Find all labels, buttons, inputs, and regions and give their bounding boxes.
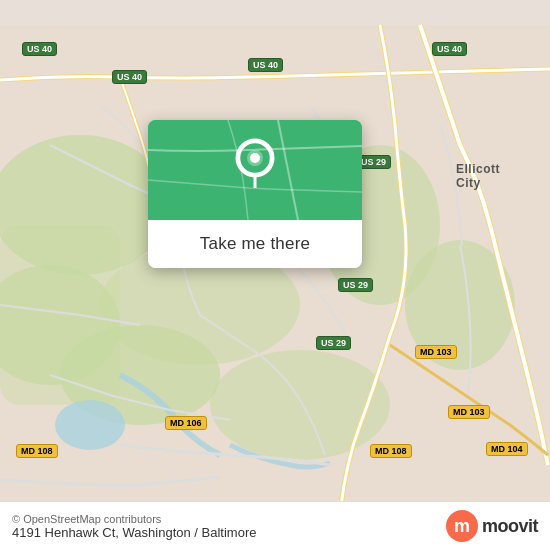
road-badge-md108-1: MD 108: [16, 444, 58, 458]
road-badge-md108-2: MD 108: [370, 444, 412, 458]
road-badge-us40-2: US 40: [112, 70, 147, 84]
moovit-logo: m moovit: [446, 510, 538, 542]
city-label-ellicott: EllicottCity: [456, 162, 500, 190]
take-me-there-button[interactable]: Take me there: [148, 220, 362, 268]
location-pin-icon: [232, 138, 278, 194]
road-badge-us40-4: US 40: [432, 42, 467, 56]
svg-text:m: m: [454, 516, 470, 536]
moovit-icon: m: [446, 510, 478, 542]
svg-point-7: [210, 350, 390, 460]
road-badge-us29-2: US 29: [338, 278, 373, 292]
svg-point-9: [55, 400, 125, 450]
popup-map-area: [148, 120, 362, 220]
osm-credit: © OpenStreetMap contributors: [12, 513, 256, 525]
road-badge-md103-2: MD 103: [448, 405, 490, 419]
road-badge-md103-1: MD 103: [415, 345, 457, 359]
popup-card: Take me there: [148, 120, 362, 268]
bottom-bar: © OpenStreetMap contributors 4191 Henhaw…: [0, 501, 550, 550]
road-badge-md104: MD 104: [486, 442, 528, 456]
bottom-left: © OpenStreetMap contributors 4191 Henhaw…: [12, 513, 256, 540]
road-badge-md106: MD 106: [165, 416, 207, 430]
road-badge-us29-3: US 29: [316, 336, 351, 350]
moovit-text: moovit: [482, 516, 538, 537]
road-badge-us40-1: US 40: [22, 42, 57, 56]
road-badge-us40-3: US 40: [248, 58, 283, 72]
address-text: 4191 Henhawk Ct, Washington / Baltimore: [12, 525, 256, 540]
svg-point-13: [250, 153, 260, 163]
map-container: US 40 US 40 US 40 US 40 US 29 US 29 US 2…: [0, 0, 550, 550]
map-background: [0, 0, 550, 550]
